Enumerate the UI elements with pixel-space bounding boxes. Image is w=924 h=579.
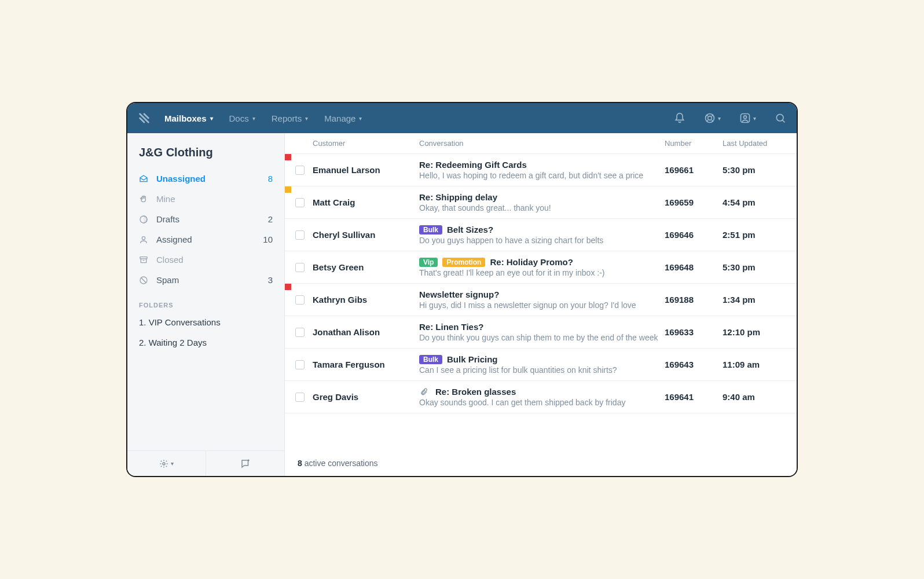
- last-updated: 2:51 pm: [723, 230, 784, 240]
- topbar-menu-docs[interactable]: Docs▾: [229, 113, 255, 123]
- priority-marker-icon: [285, 284, 291, 290]
- conversation-number: 169648: [665, 262, 723, 272]
- topbar-menu-label: Mailboxes: [164, 113, 207, 123]
- folder-closed[interactable]: Closed: [127, 250, 284, 270]
- conversation-list: Customer Conversation Number Last Update…: [285, 133, 797, 476]
- folder-unassigned[interactable]: Unassigned8: [127, 168, 284, 189]
- topbar-menu-label: Reports: [272, 113, 302, 123]
- chevron-down-icon: ▾: [171, 460, 174, 467]
- conversation-number: 169646: [665, 230, 723, 240]
- row-checkbox[interactable]: [295, 230, 305, 240]
- priority-marker-icon: [285, 154, 291, 160]
- svg-point-4: [776, 114, 783, 121]
- folder-label: Unassigned: [156, 174, 268, 184]
- svg-point-9: [163, 463, 165, 465]
- customer-name: Tamara Ferguson: [313, 360, 419, 369]
- topbar-menu-reports[interactable]: Reports▾: [272, 113, 309, 123]
- subject: Newsletter signup?: [419, 290, 499, 299]
- last-updated: 11:09 am: [723, 360, 784, 369]
- conversation-number: 169188: [665, 295, 723, 305]
- mailbox-title: J&G Clothing: [127, 133, 284, 168]
- priority-marker-icon: [285, 186, 291, 193]
- conversation-cell: BulkBelt Sizes?Do you guys happen to hav…: [419, 225, 665, 245]
- chevron-down-icon: ▾: [359, 115, 362, 122]
- person-icon: [139, 235, 149, 244]
- notifications-icon[interactable]: [674, 112, 685, 124]
- help-icon[interactable]: ▾: [704, 112, 721, 124]
- conversation-number: 169643: [665, 360, 723, 369]
- new-conversation-button[interactable]: [206, 451, 284, 476]
- customer-name: Emanuel Larson: [313, 165, 419, 175]
- row-checkbox[interactable]: [295, 393, 305, 402]
- row-checkbox[interactable]: [295, 360, 305, 369]
- col-conversation-header[interactable]: Conversation: [419, 139, 665, 148]
- conversation-row[interactable]: Tamara FergusonBulkBulk PricingCan I see…: [285, 349, 797, 381]
- preview: Okay sounds good. I can get them shipped…: [419, 398, 659, 407]
- settings-button[interactable]: ▾: [127, 451, 206, 476]
- app-logo-icon[interactable]: [138, 112, 151, 124]
- customer-name: Matt Craig: [313, 197, 419, 207]
- tag-bulk: Bulk: [419, 355, 442, 364]
- conversation-number: 169633: [665, 327, 723, 337]
- conversation-row[interactable]: Emanuel LarsonRe: Redeeming Gift CardsHe…: [285, 154, 797, 186]
- search-icon[interactable]: [775, 112, 786, 124]
- folder-label: Assigned: [156, 234, 263, 244]
- subject: Belt Sizes?: [447, 225, 493, 234]
- customer-name: Betsy Green: [313, 262, 419, 272]
- custom-folder[interactable]: 1. VIP Conversations: [127, 312, 284, 332]
- customer-name: Jonathan Alison: [313, 327, 419, 337]
- subject: Re: Shipping delay: [419, 192, 497, 202]
- preview: Hi guys, did I miss a newsletter signup …: [419, 301, 659, 310]
- folder-drafts[interactable]: Drafts2: [127, 209, 284, 229]
- topbar-menu-mailboxes[interactable]: Mailboxes▾: [164, 113, 213, 123]
- custom-folder[interactable]: 2. Waiting 2 Days: [127, 332, 284, 353]
- rows-container: Emanuel LarsonRe: Redeeming Gift CardsHe…: [285, 154, 797, 450]
- conversation-row[interactable]: Greg DavisRe: Broken glassesOkay sounds …: [285, 381, 797, 413]
- preview: Do you think you guys can ship them to m…: [419, 333, 659, 342]
- active-count: 8: [298, 459, 302, 468]
- row-checkbox[interactable]: [295, 166, 305, 175]
- conversation-row[interactable]: Cheryl SullivanBulkBelt Sizes?Do you guy…: [285, 219, 797, 251]
- last-updated: 9:40 am: [723, 392, 784, 402]
- chevron-down-icon: ▾: [718, 115, 721, 122]
- folder-spam[interactable]: Spam3: [127, 270, 284, 290]
- folder-assigned[interactable]: Assigned10: [127, 229, 284, 250]
- app-window: Mailboxes▾Docs▾Reports▾Manage▾ ▾ ▾ J&G C…: [126, 102, 798, 477]
- chevron-down-icon: ▾: [252, 115, 255, 122]
- svg-point-3: [744, 116, 747, 119]
- conversation-row[interactable]: Jonathan AlisonRe: Linen Ties?Do you thi…: [285, 316, 797, 349]
- row-checkbox[interactable]: [295, 328, 305, 337]
- account-icon[interactable]: ▾: [739, 112, 756, 124]
- conversation-cell: BulkBulk PricingCan I see a pricing list…: [419, 354, 665, 375]
- preview: That's great! I'll keep an eye out for i…: [419, 268, 659, 277]
- conversation-row[interactable]: Betsy GreenVipPromotionRe: Holiday Promo…: [285, 251, 797, 284]
- conversation-cell: Re: Broken glassesOkay sounds good. I ca…: [419, 387, 665, 407]
- topbar-menu-manage[interactable]: Manage▾: [324, 113, 362, 123]
- row-checkbox[interactable]: [295, 295, 305, 305]
- archive-icon: [139, 255, 149, 265]
- folder-count: 2: [268, 214, 273, 224]
- sidebar: J&G Clothing Unassigned8MineDrafts2Assig…: [127, 133, 285, 476]
- folders-header: FOLDERS: [127, 290, 284, 312]
- conversation-row[interactable]: Matt CraigRe: Shipping delayOkay, that s…: [285, 186, 797, 219]
- col-updated-header[interactable]: Last Updated: [723, 139, 784, 148]
- footer-line: 8 active conversations: [285, 450, 797, 476]
- folder-mine[interactable]: Mine: [127, 189, 284, 209]
- topbar-menu-label: Manage: [324, 113, 355, 123]
- row-checkbox[interactable]: [295, 198, 305, 207]
- subject: Bulk Pricing: [447, 354, 498, 364]
- last-updated: 5:30 pm: [723, 165, 784, 175]
- col-customer-header[interactable]: Customer: [313, 139, 419, 148]
- subject: Re: Linen Ties?: [419, 322, 483, 332]
- chevron-down-icon: ▾: [753, 115, 756, 122]
- preview: Hello, I was hoping to redeem a gift car…: [419, 171, 659, 180]
- chevron-down-icon: ▾: [210, 115, 213, 122]
- folder-count: 8: [268, 174, 273, 184]
- col-number-header[interactable]: Number: [665, 139, 723, 148]
- tag-vip: Vip: [419, 258, 438, 267]
- customer-name: Cheryl Sullivan: [313, 230, 419, 240]
- conversation-row[interactable]: Kathryn GibsNewsletter signup?Hi guys, d…: [285, 284, 797, 316]
- customer-name: Kathryn Gibs: [313, 295, 419, 305]
- row-checkbox[interactable]: [295, 263, 305, 272]
- last-updated: 4:54 pm: [723, 197, 784, 207]
